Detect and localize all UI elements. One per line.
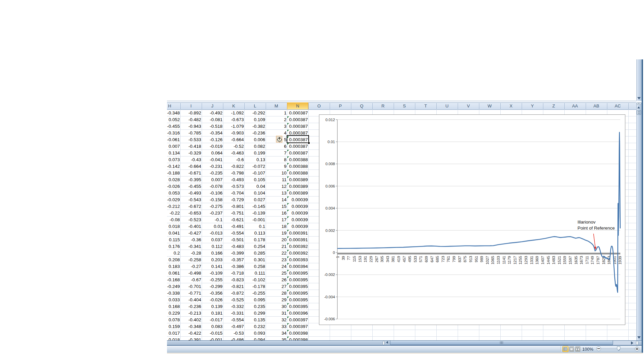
svg-text:1293: 1293 — [524, 256, 528, 265]
svg-text:115: 115 — [352, 256, 356, 262]
svg-text:1521: 1521 — [557, 256, 561, 265]
svg-text:457: 457 — [402, 256, 406, 262]
svg-text:1179: 1179 — [507, 256, 511, 264]
svg-text:Illarionov: Illarionov — [578, 219, 596, 224]
svg-text:1483: 1483 — [552, 256, 556, 265]
svg-text:Point of Reference: Point of Reference — [578, 226, 615, 231]
svg-text:875: 875 — [463, 256, 467, 262]
svg-text:0: 0 — [333, 250, 335, 254]
svg-text:571: 571 — [419, 256, 423, 262]
svg-text:-0.002: -0.002 — [324, 273, 335, 277]
svg-text:647: 647 — [430, 256, 434, 262]
svg-text:305: 305 — [380, 256, 384, 262]
svg-text:0.012: 0.012 — [325, 117, 335, 121]
svg-text:1255: 1255 — [518, 256, 522, 265]
svg-text:1863: 1863 — [607, 256, 611, 265]
svg-text:799: 799 — [452, 256, 456, 262]
svg-text:1635: 1635 — [574, 256, 578, 265]
svg-text:0.008: 0.008 — [325, 162, 335, 166]
svg-text:0.006: 0.006 — [325, 184, 335, 188]
svg-text:0.002: 0.002 — [325, 228, 335, 232]
svg-text:609: 609 — [424, 256, 428, 262]
svg-text:229: 229 — [369, 256, 373, 262]
svg-text:381: 381 — [391, 256, 395, 262]
svg-text:77: 77 — [347, 256, 351, 260]
svg-text:1331: 1331 — [530, 256, 534, 265]
svg-text:533: 533 — [413, 256, 417, 262]
svg-text:1939: 1939 — [618, 256, 622, 265]
svg-text:267: 267 — [375, 256, 379, 262]
svg-text:-0.004: -0.004 — [324, 295, 335, 299]
svg-text:0.01: 0.01 — [328, 139, 335, 143]
svg-text:1787: 1787 — [596, 256, 600, 265]
svg-text:1407: 1407 — [541, 256, 545, 265]
svg-text:495: 495 — [408, 256, 412, 262]
svg-text:1369: 1369 — [535, 256, 539, 265]
svg-text:1445: 1445 — [546, 256, 550, 265]
svg-text:1749: 1749 — [590, 256, 594, 265]
svg-text:1597: 1597 — [568, 256, 572, 265]
svg-text:1065: 1065 — [491, 256, 495, 265]
svg-text:419: 419 — [397, 256, 401, 262]
svg-text:343: 343 — [386, 256, 390, 262]
svg-text:1: 1 — [336, 256, 340, 258]
svg-text:951: 951 — [474, 256, 478, 262]
svg-text:989: 989 — [480, 256, 484, 262]
svg-text:837: 837 — [458, 256, 462, 262]
svg-text:1027: 1027 — [485, 256, 489, 265]
svg-text:761: 761 — [446, 256, 450, 262]
svg-text:0.004: 0.004 — [325, 206, 335, 210]
svg-text:-0.006: -0.006 — [324, 317, 335, 321]
svg-text:723: 723 — [441, 256, 445, 262]
svg-text:1711: 1711 — [585, 256, 589, 264]
svg-text:1559: 1559 — [563, 256, 567, 265]
svg-text:39: 39 — [341, 256, 345, 260]
svg-text:913: 913 — [469, 256, 473, 262]
svg-text:1141: 1141 — [502, 256, 506, 264]
svg-text:685: 685 — [435, 256, 439, 262]
svg-text:1673: 1673 — [579, 256, 583, 265]
svg-text:1103: 1103 — [496, 256, 500, 264]
svg-text:153: 153 — [358, 256, 362, 262]
svg-text:191: 191 — [363, 256, 367, 262]
svg-text:1217: 1217 — [513, 256, 517, 265]
